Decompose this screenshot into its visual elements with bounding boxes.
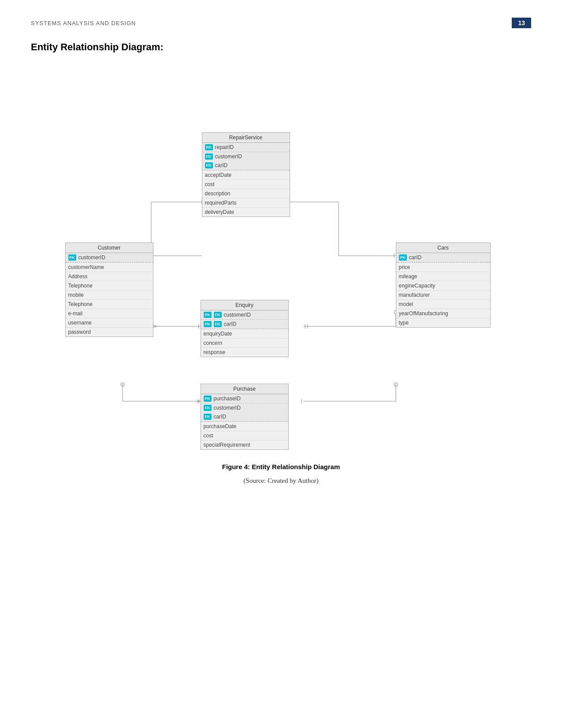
purchase-field-2: cost [201, 431, 288, 440]
section-title: Entity Relationship Diagram: [31, 41, 531, 53]
pk-badge: PK [205, 144, 213, 150]
enquiry-pk2: PK FK carID [201, 320, 288, 329]
cars-field-4: manufacturer [396, 290, 490, 299]
customer-header: Customer [66, 243, 153, 253]
repair-service-field-1: acceptDate [202, 170, 290, 179]
enquiry-field-1: enquiryDate [201, 329, 288, 338]
entity-purchase: Purchase PK purchaseID FK customerID FK … [201, 384, 289, 450]
cars-field-3: engineCapacity [396, 281, 490, 290]
enquiry-pk1: PK FK customerID [201, 310, 288, 320]
purchase-fk2: FK carID [201, 412, 288, 422]
svg-line-18 [153, 325, 157, 326]
svg-point-34 [394, 383, 398, 386]
repair-service-field-4: requiredParts [202, 198, 290, 207]
customer-field-4: mobile [66, 290, 153, 299]
page: SYSTEMS ANALYSIS AND DESIGN 13 Entity Re… [0, 0, 562, 728]
fk-badge: FK [204, 405, 212, 411]
fk-badge: FK [214, 312, 222, 318]
pk-badge: PK [399, 254, 407, 261]
svg-line-30 [197, 401, 200, 403]
cars-pk: PK carID [396, 253, 490, 262]
pk-badge: PK [204, 396, 212, 402]
fk-badge: FK [205, 162, 213, 168]
cars-header: Cars [396, 243, 490, 253]
erd-diagram: RepairService PK repairID FK customerID … [39, 66, 524, 450]
entity-cars: Cars PK carID price mileage engineCapaci… [396, 243, 491, 328]
pk-badge: PK [204, 312, 212, 318]
repair-service-field-5: deliveryDate [202, 207, 290, 217]
cars-field-6: yearOfManufacturing [396, 309, 490, 318]
entity-repair-service: RepairService PK repairID FK customerID … [202, 132, 290, 217]
customer-field-2: Address [66, 272, 153, 281]
figure-caption: Figure 4: Entity Relationship Diagram [31, 463, 531, 470]
repair-service-fk2: FK carID [202, 161, 290, 170]
enquiry-header: Enquiry [201, 300, 288, 310]
fk-badge: FK [214, 321, 222, 327]
page-number: 13 [512, 18, 531, 28]
customer-field-5: Telephone [66, 299, 153, 309]
fk-badge: FK [205, 153, 213, 160]
header: SYSTEMS ANALYSIS AND DESIGN 13 [31, 18, 531, 28]
cars-field-5: model [396, 299, 490, 309]
customer-field-7: username [66, 318, 153, 327]
repair-service-field-3: description [202, 189, 290, 198]
repair-service-header: RepairService [202, 133, 290, 143]
customer-field-3: Telephone [66, 281, 153, 290]
pk-badge: PK [204, 321, 212, 327]
cars-field-7: type [396, 318, 490, 327]
enquiry-field-2: concern [201, 338, 288, 347]
purchase-header: Purchase [201, 384, 288, 394]
fk-badge: FK [204, 414, 212, 420]
pk-badge: PK [68, 254, 76, 261]
svg-line-19 [153, 326, 157, 328]
svg-point-28 [121, 383, 124, 386]
purchase-field-1: purchaseDate [201, 422, 288, 431]
figure-source: (Source: Created by Author) [31, 477, 531, 485]
customer-pk: PK customerID [66, 253, 153, 262]
entity-customer: Customer PK customerID customerName Addr… [65, 243, 153, 337]
cars-field-1: price [396, 262, 490, 272]
customer-field-8: password [66, 327, 153, 336]
entity-enquiry: Enquiry PK FK customerID PK FK carID enq… [201, 300, 289, 357]
customer-field-6: e-mail [66, 309, 153, 318]
repair-service-fk1: FK customerID [202, 152, 290, 161]
repair-service-field-2: cost [202, 179, 290, 189]
customer-field-1: customerName [66, 262, 153, 272]
purchase-field-3: specialRequirement [201, 440, 288, 449]
header-title: SYSTEMS ANALYSIS AND DESIGN [31, 20, 136, 26]
purchase-pk: PK purchaseID [201, 394, 288, 403]
repair-service-pk: PK repairID [202, 143, 290, 152]
enquiry-field-3: response [201, 347, 288, 357]
purchase-fk1: FK customerID [201, 403, 288, 412]
cars-field-2: mileage [396, 272, 490, 281]
svg-line-29 [197, 400, 200, 401]
